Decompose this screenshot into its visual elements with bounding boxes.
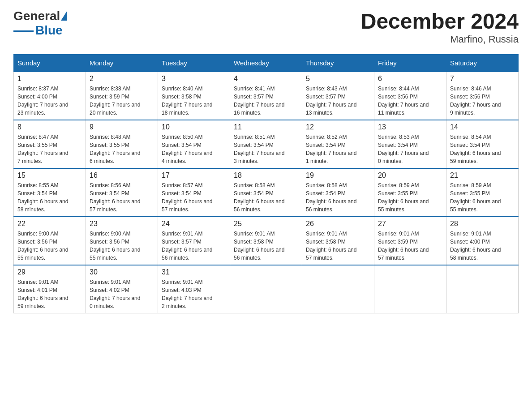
- logo-triangle-icon: [61, 11, 67, 21]
- calendar-cell: 15 Sunrise: 8:55 AM Sunset: 3:54 PM Dayl…: [14, 168, 86, 217]
- day-number: 18: [234, 171, 298, 180]
- day-info: Sunrise: 8:53 AM Sunset: 3:54 PM Dayligh…: [378, 133, 442, 165]
- page-header: General Blue December 2024 Marfino, Russ…: [13, 9, 519, 45]
- calendar-cell: 29 Sunrise: 9:01 AM Sunset: 4:01 PM Dayl…: [14, 265, 86, 313]
- calendar-cell: 19 Sunrise: 8:58 AM Sunset: 3:54 PM Dayl…: [302, 168, 374, 217]
- day-number: 29: [17, 268, 82, 276]
- day-info: Sunrise: 8:51 AM Sunset: 3:54 PM Dayligh…: [234, 133, 298, 165]
- calendar-cell: 14 Sunrise: 8:54 AM Sunset: 3:54 PM Dayl…: [446, 120, 519, 168]
- column-header-friday: Friday: [374, 55, 446, 72]
- day-number: 31: [162, 268, 226, 276]
- day-number: 25: [234, 220, 298, 228]
- calendar-cell: 4 Sunrise: 8:41 AM Sunset: 3:57 PM Dayli…: [230, 72, 302, 120]
- day-info: Sunrise: 9:01 AM Sunset: 3:58 PM Dayligh…: [306, 230, 370, 262]
- calendar-cell: [302, 265, 374, 313]
- day-info: Sunrise: 8:59 AM Sunset: 3:55 PM Dayligh…: [378, 181, 442, 214]
- column-header-sunday: Sunday: [14, 55, 86, 72]
- calendar-cell: [230, 265, 302, 313]
- calendar-cell: 5 Sunrise: 8:43 AM Sunset: 3:57 PM Dayli…: [302, 72, 374, 120]
- day-number: 19: [306, 171, 370, 180]
- day-number: 17: [162, 171, 226, 180]
- calendar-cell: [446, 265, 519, 313]
- day-number: 27: [378, 220, 442, 228]
- day-number: 10: [162, 123, 226, 131]
- calendar-cell: 7 Sunrise: 8:46 AM Sunset: 3:56 PM Dayli…: [446, 72, 519, 120]
- day-info: Sunrise: 8:41 AM Sunset: 3:57 PM Dayligh…: [234, 85, 298, 117]
- calendar-cell: 2 Sunrise: 8:38 AM Sunset: 3:59 PM Dayli…: [86, 72, 158, 120]
- calendar-cell: 24 Sunrise: 9:01 AM Sunset: 3:57 PM Dayl…: [158, 217, 230, 265]
- calendar-cell: 3 Sunrise: 8:40 AM Sunset: 3:58 PM Dayli…: [158, 72, 230, 120]
- day-number: 5: [306, 75, 370, 83]
- day-info: Sunrise: 9:00 AM Sunset: 3:56 PM Dayligh…: [17, 230, 82, 262]
- column-header-tuesday: Tuesday: [158, 55, 230, 72]
- day-number: 6: [378, 75, 442, 83]
- day-info: Sunrise: 9:01 AM Sunset: 3:59 PM Dayligh…: [378, 230, 442, 262]
- day-number: 3: [162, 75, 226, 83]
- column-header-monday: Monday: [86, 55, 158, 72]
- logo-general-text: General: [13, 9, 60, 23]
- day-number: 21: [450, 171, 515, 180]
- day-info: Sunrise: 8:40 AM Sunset: 3:58 PM Dayligh…: [162, 85, 226, 117]
- calendar-cell: 9 Sunrise: 8:48 AM Sunset: 3:55 PM Dayli…: [86, 120, 158, 168]
- calendar-week-row: 15 Sunrise: 8:55 AM Sunset: 3:54 PM Dayl…: [14, 168, 519, 217]
- calendar-cell: 13 Sunrise: 8:53 AM Sunset: 3:54 PM Dayl…: [374, 120, 446, 168]
- day-info: Sunrise: 8:43 AM Sunset: 3:57 PM Dayligh…: [306, 85, 370, 117]
- day-info: Sunrise: 9:01 AM Sunset: 4:02 PM Dayligh…: [90, 278, 154, 310]
- calendar-cell: 18 Sunrise: 8:58 AM Sunset: 3:54 PM Dayl…: [230, 168, 302, 217]
- title-section: December 2024 Marfino, Russia: [361, 9, 519, 45]
- day-number: 15: [17, 171, 82, 180]
- day-number: 23: [90, 220, 154, 228]
- calendar-week-row: 29 Sunrise: 9:01 AM Sunset: 4:01 PM Dayl…: [14, 265, 519, 313]
- day-number: 14: [450, 123, 515, 131]
- day-info: Sunrise: 8:57 AM Sunset: 3:54 PM Dayligh…: [162, 181, 226, 214]
- day-info: Sunrise: 8:58 AM Sunset: 3:54 PM Dayligh…: [306, 181, 370, 214]
- day-number: 22: [17, 220, 82, 228]
- day-info: Sunrise: 9:01 AM Sunset: 3:57 PM Dayligh…: [162, 230, 226, 262]
- day-info: Sunrise: 9:00 AM Sunset: 3:56 PM Dayligh…: [90, 230, 154, 262]
- calendar-cell: [374, 265, 446, 313]
- day-number: 26: [306, 220, 370, 228]
- day-info: Sunrise: 8:55 AM Sunset: 3:54 PM Dayligh…: [17, 181, 82, 214]
- calendar-cell: 10 Sunrise: 8:50 AM Sunset: 3:54 PM Dayl…: [158, 120, 230, 168]
- column-header-wednesday: Wednesday: [230, 55, 302, 72]
- column-header-saturday: Saturday: [446, 55, 519, 72]
- day-number: 13: [378, 123, 442, 131]
- day-info: Sunrise: 9:01 AM Sunset: 3:58 PM Dayligh…: [234, 230, 298, 262]
- day-info: Sunrise: 8:54 AM Sunset: 3:54 PM Dayligh…: [450, 133, 515, 165]
- day-number: 2: [90, 75, 154, 83]
- logo-blue-text: Blue: [35, 23, 63, 38]
- calendar-cell: 11 Sunrise: 8:51 AM Sunset: 3:54 PM Dayl…: [230, 120, 302, 168]
- calendar-week-row: 22 Sunrise: 9:00 AM Sunset: 3:56 PM Dayl…: [14, 217, 519, 265]
- calendar-header-row: SundayMondayTuesdayWednesdayThursdayFrid…: [14, 55, 519, 72]
- calendar-cell: 16 Sunrise: 8:56 AM Sunset: 3:54 PM Dayl…: [86, 168, 158, 217]
- calendar-cell: 26 Sunrise: 9:01 AM Sunset: 3:58 PM Dayl…: [302, 217, 374, 265]
- day-number: 1: [17, 75, 82, 83]
- month-title: December 2024: [361, 9, 519, 34]
- day-info: Sunrise: 8:38 AM Sunset: 3:59 PM Dayligh…: [90, 85, 154, 117]
- calendar-cell: 20 Sunrise: 8:59 AM Sunset: 3:55 PM Dayl…: [374, 168, 446, 217]
- calendar-table: SundayMondayTuesdayWednesdayThursdayFrid…: [13, 54, 519, 313]
- logo-line: [13, 30, 34, 32]
- day-info: Sunrise: 8:46 AM Sunset: 3:56 PM Dayligh…: [450, 85, 515, 117]
- calendar-cell: 31 Sunrise: 9:01 AM Sunset: 4:03 PM Dayl…: [158, 265, 230, 313]
- day-number: 4: [234, 75, 298, 83]
- calendar-week-row: 8 Sunrise: 8:47 AM Sunset: 3:55 PM Dayli…: [14, 120, 519, 168]
- day-info: Sunrise: 8:48 AM Sunset: 3:55 PM Dayligh…: [90, 133, 154, 165]
- day-number: 16: [90, 171, 154, 180]
- calendar-cell: 6 Sunrise: 8:44 AM Sunset: 3:56 PM Dayli…: [374, 72, 446, 120]
- day-info: Sunrise: 9:01 AM Sunset: 4:01 PM Dayligh…: [17, 278, 82, 310]
- calendar-cell: 23 Sunrise: 9:00 AM Sunset: 3:56 PM Dayl…: [86, 217, 158, 265]
- day-number: 7: [450, 75, 515, 83]
- day-info: Sunrise: 8:58 AM Sunset: 3:54 PM Dayligh…: [234, 181, 298, 214]
- day-number: 20: [378, 171, 442, 180]
- day-number: 24: [162, 220, 226, 228]
- day-number: 9: [90, 123, 154, 131]
- day-info: Sunrise: 8:44 AM Sunset: 3:56 PM Dayligh…: [378, 85, 442, 117]
- day-info: Sunrise: 9:01 AM Sunset: 4:00 PM Dayligh…: [450, 230, 515, 262]
- calendar-cell: 1 Sunrise: 8:37 AM Sunset: 4:00 PM Dayli…: [14, 72, 86, 120]
- calendar-cell: 28 Sunrise: 9:01 AM Sunset: 4:00 PM Dayl…: [446, 217, 519, 265]
- logo: General Blue: [13, 9, 67, 38]
- day-info: Sunrise: 8:47 AM Sunset: 3:55 PM Dayligh…: [17, 133, 82, 165]
- calendar-cell: 30 Sunrise: 9:01 AM Sunset: 4:02 PM Dayl…: [86, 265, 158, 313]
- location: Marfino, Russia: [361, 34, 519, 45]
